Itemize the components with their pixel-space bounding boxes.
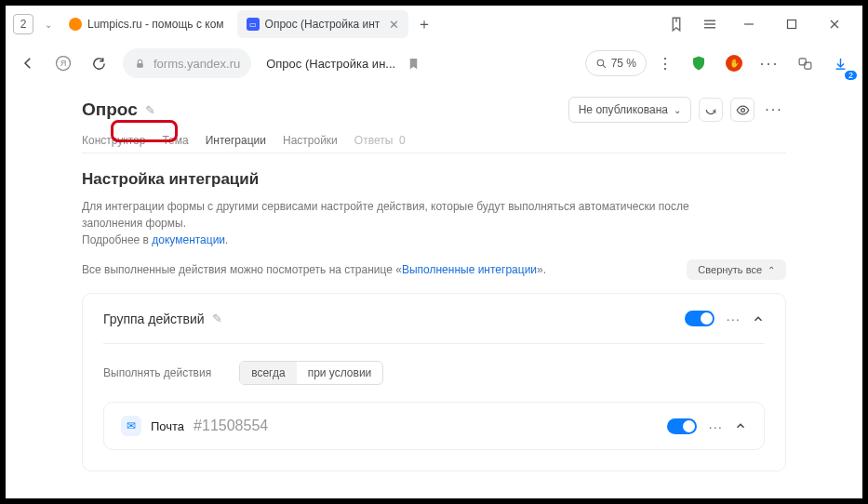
- svg-point-16: [741, 108, 744, 112]
- svg-rect-9: [137, 62, 143, 67]
- url-domain: forms.yandex.ru: [154, 57, 240, 71]
- tab-answers[interactable]: Ответы 0: [354, 134, 406, 147]
- browser-tab-forms[interactable]: ▭ Опрос (Настройка инт ✕: [237, 10, 409, 38]
- tab-answers-label: Ответы: [354, 134, 393, 147]
- edit-title-icon[interactable]: ✎: [145, 103, 155, 117]
- reload-button[interactable]: [84, 48, 114, 78]
- protect-shield-icon[interactable]: [684, 48, 714, 78]
- publish-status-button[interactable]: Не опубликована ⌄: [568, 97, 691, 123]
- perform-label: Выполнять действия: [103, 366, 211, 379]
- bookmarks-icon[interactable]: [661, 9, 691, 39]
- chevron-down-icon: ⌄: [674, 105, 681, 115]
- mail-icon: ✉: [121, 416, 141, 436]
- browser-window: 2 ⌄ Lumpics.ru - помощь с ком ▭ Опрос (Н…: [6, 6, 862, 498]
- search-icon: [595, 58, 608, 70]
- group-title: Группа действий: [103, 312, 205, 326]
- form-tabs: Конструктор Тема Интеграции Настройки От…: [82, 134, 786, 153]
- share-button[interactable]: [699, 98, 723, 122]
- tab-settings[interactable]: Настройки: [283, 134, 338, 147]
- adblock-icon[interactable]: ✋: [719, 48, 749, 78]
- zoom-value: 75 %: [611, 57, 636, 70]
- downloads-icon[interactable]: 2: [825, 48, 855, 78]
- forms-favicon: ▭: [247, 18, 260, 31]
- mail-id: #11508554: [194, 418, 268, 434]
- seg-always[interactable]: всегда: [240, 362, 296, 384]
- site-menu-icon[interactable]: ⋮: [652, 55, 678, 73]
- group-collapse-icon[interactable]: [752, 312, 765, 325]
- desc-line2a: Подробнее в: [82, 233, 152, 246]
- mail-label: Почта: [151, 419, 184, 433]
- url-box[interactable]: forms.yandex.ru: [123, 48, 251, 78]
- annotation-highlight: [111, 120, 178, 142]
- condition-segmented[interactable]: всегда при условии: [239, 361, 383, 385]
- mail-toggle[interactable]: [667, 418, 697, 434]
- desc-line3a: Все выполненные действия можно посмотрет…: [82, 263, 402, 276]
- window-controls: [728, 10, 855, 38]
- collapse-all-label: Свернуть все: [698, 264, 762, 275]
- more-extensions-icon[interactable]: ···: [754, 48, 784, 78]
- mail-menu-icon[interactable]: ···: [708, 418, 723, 434]
- titlebar: 2 ⌄ Lumpics.ru - помощь с ком ▭ Опрос (Н…: [6, 6, 862, 43]
- svg-point-10: [597, 60, 604, 65]
- close-tab-icon[interactable]: ✕: [389, 18, 399, 32]
- app-menu-icon[interactable]: [695, 9, 725, 39]
- more-actions-button[interactable]: ···: [762, 98, 786, 122]
- tab-count-button[interactable]: 2: [13, 14, 33, 34]
- close-window-button[interactable]: [814, 10, 855, 38]
- browser-tab-lumpics[interactable]: Lumpics.ru - помощь с ком: [60, 10, 234, 38]
- svg-rect-4: [788, 20, 796, 29]
- collapse-all-button[interactable]: Свернуть все ⌃: [687, 259, 786, 280]
- notif-badge: 2: [845, 71, 857, 80]
- zoom-indicator[interactable]: 75 %: [585, 50, 647, 76]
- tab-dropdown-icon[interactable]: ⌄: [41, 20, 56, 30]
- group-menu-icon[interactable]: ···: [726, 311, 741, 326]
- completed-integrations-link[interactable]: Выполненные интеграции: [402, 263, 537, 276]
- desc-line1: Для интеграции формы с другими сервисами…: [82, 200, 689, 230]
- form-title: Опрос: [82, 99, 138, 120]
- preview-button[interactable]: [730, 98, 754, 122]
- page-content: Опрос ✎ Не опубликована ⌄ ··· Конструкто…: [6, 84, 862, 498]
- tab-label: Lumpics.ru - помощь с ком: [87, 18, 224, 31]
- yandex-home-button[interactable]: Я: [48, 48, 78, 78]
- tab-integrations[interactable]: Интеграции: [206, 134, 266, 147]
- tab-label: Опрос (Настройка инт: [265, 18, 381, 31]
- lock-icon: [134, 58, 146, 70]
- section-title: Настройка интеграций: [82, 170, 786, 189]
- seg-conditional[interactable]: при условии: [297, 362, 383, 384]
- group-toggle[interactable]: [685, 311, 714, 326]
- form-header: Опрос ✎ Не опубликована ⌄ ···: [82, 97, 786, 123]
- collapse-icon: ⌃: [768, 265, 775, 275]
- documentation-link[interactable]: документации: [152, 233, 225, 246]
- address-bar: Я forms.yandex.ru Опрос (Настройка ин...…: [6, 43, 862, 84]
- bookmark-icon[interactable]: [407, 57, 421, 71]
- svg-line-11: [603, 65, 606, 68]
- minimize-button[interactable]: [728, 10, 769, 38]
- lumpics-favicon: [69, 18, 82, 31]
- translate-icon[interactable]: [790, 48, 820, 78]
- mail-action-card[interactable]: ✉ Почта #11508554 ···: [103, 402, 765, 450]
- new-tab-button[interactable]: ＋: [412, 12, 436, 36]
- back-button[interactable]: [13, 48, 43, 78]
- maximize-button[interactable]: [771, 10, 812, 38]
- tab-answers-count: 0: [399, 134, 406, 147]
- actions-group-card: Группа действий ✎ ··· Выполнять действия…: [82, 293, 786, 471]
- svg-text:Я: Я: [60, 59, 67, 68]
- desc-line3b: ».: [537, 263, 546, 276]
- publish-status-label: Не опубликована: [579, 103, 668, 116]
- mail-collapse-icon[interactable]: [734, 419, 747, 432]
- page-title-text: Опрос (Настройка ин...: [266, 57, 395, 71]
- section-description: Для интеграции формы с другими сервисами…: [82, 198, 696, 248]
- edit-group-icon[interactable]: ✎: [212, 312, 222, 325]
